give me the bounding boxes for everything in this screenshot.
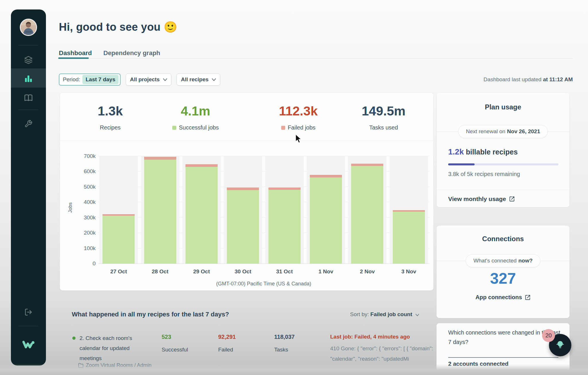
app-connections-link[interactable]: App connections bbox=[475, 294, 531, 301]
workato-logo bbox=[11, 338, 46, 351]
view-monthly-usage-link[interactable]: View monthly usage bbox=[448, 196, 515, 202]
folder-icon bbox=[78, 363, 84, 368]
successful-count: 523 bbox=[162, 334, 188, 340]
chart-column bbox=[181, 156, 222, 264]
app-connections-label: App connections bbox=[475, 294, 522, 301]
bar-success-segment bbox=[351, 166, 383, 264]
tab-dependency-graph[interactable]: Dependency graph bbox=[103, 49, 160, 57]
bar-success-segment bbox=[268, 190, 301, 264]
wrench-icon bbox=[24, 120, 32, 128]
stat-failed-value: 112.3k bbox=[279, 104, 318, 118]
chart-column bbox=[388, 156, 430, 264]
chart-column bbox=[222, 156, 264, 264]
bar-success-segment bbox=[144, 160, 176, 264]
recipe-title-link[interactable]: 2. Check each room's calendar for update… bbox=[80, 333, 137, 363]
whats-connected-prefix: What's connected bbox=[473, 258, 517, 264]
chevron-down-icon bbox=[212, 78, 216, 81]
last-job-error-text: 410 Gone: { "error": { "errors": [ { "do… bbox=[330, 343, 439, 365]
y-tick-label: 0 bbox=[78, 261, 96, 266]
x-tick-label: 3 Nov bbox=[388, 268, 430, 275]
chart-column bbox=[264, 156, 305, 264]
external-link-icon bbox=[509, 196, 515, 202]
folder-path: Zoom Virtual Rooms / Admin bbox=[86, 362, 152, 368]
failed-jobs-legend-swatch bbox=[281, 126, 285, 130]
tasks-label: Tasks bbox=[274, 347, 295, 353]
bar-stack[interactable] bbox=[144, 157, 176, 264]
accounts-connected-text: 2 accounts connected bbox=[448, 361, 508, 367]
bar-success-segment bbox=[393, 212, 425, 264]
recipe-failed-col: 92,291 Failed bbox=[218, 334, 236, 353]
layers-icon bbox=[24, 56, 33, 64]
bar-stack[interactable] bbox=[351, 164, 383, 264]
stat-failed-label: Failed jobs bbox=[288, 124, 316, 131]
connections-title: Connections bbox=[437, 235, 569, 243]
bar-stack[interactable] bbox=[393, 210, 425, 264]
chart-plot bbox=[98, 156, 430, 264]
y-axis-title: Jobs bbox=[67, 202, 73, 213]
successful-jobs-legend-swatch bbox=[172, 126, 176, 130]
plan-footer-divider bbox=[437, 190, 569, 190]
x-tick-label: 31 Oct bbox=[264, 268, 305, 275]
assistant-notification-badge: 20 bbox=[542, 329, 555, 342]
workato-w-icon bbox=[22, 340, 35, 349]
chevron-down-icon bbox=[415, 314, 419, 316]
chart-baseline bbox=[98, 264, 430, 264]
last-updated-prefix: Dashboard last updated bbox=[483, 76, 541, 82]
sidebar-item-tools[interactable] bbox=[11, 119, 46, 129]
bar-stack[interactable] bbox=[227, 188, 259, 264]
logout-icon bbox=[24, 308, 32, 316]
view-monthly-usage-label: View monthly usage bbox=[448, 196, 506, 202]
sidebar-item-layers[interactable] bbox=[11, 55, 46, 65]
stat-recipes: 1.3k Recipes bbox=[98, 104, 123, 131]
recipe-successful-col: 523 Successful bbox=[162, 334, 188, 353]
sidebar-item-library[interactable] bbox=[11, 93, 46, 103]
stat-recipes-label: Recipes bbox=[100, 124, 121, 131]
bar-stack[interactable] bbox=[102, 214, 135, 264]
sidebar-item-dashboard[interactable] bbox=[11, 73, 46, 84]
period-filter-button[interactable]: Period: Last 7 days bbox=[59, 74, 121, 86]
projects-filter-dropdown[interactable]: All projects bbox=[126, 74, 171, 86]
bar-stack[interactable] bbox=[185, 164, 218, 264]
sidebar-divider bbox=[18, 326, 38, 326]
bar-success-segment bbox=[227, 190, 259, 264]
sidebar-item-logout[interactable] bbox=[11, 307, 46, 317]
recipes-filter-label: All recipes bbox=[181, 76, 208, 83]
plan-usage-card: Plan usage Next renewal on Nov 26, 2021 … bbox=[436, 92, 570, 207]
bar-stack[interactable] bbox=[310, 175, 342, 264]
avatar-photo bbox=[21, 20, 36, 35]
chart-column bbox=[305, 156, 347, 264]
recipes-remaining-text: 3.8k of 5k recipes remaining bbox=[448, 171, 520, 177]
y-tick-label: 100k bbox=[78, 246, 96, 251]
dashboard-screen: Hi, good to see you 🙂 Dashboard Dependen… bbox=[0, 0, 588, 375]
stat-successful-label: Successful jobs bbox=[179, 124, 219, 131]
tab-dashboard[interactable]: Dashboard bbox=[59, 49, 92, 57]
x-tick-label: 2 Nov bbox=[347, 268, 388, 275]
bar-chart-icon bbox=[24, 74, 33, 83]
recipe-folder-breadcrumb[interactable]: Zoom Virtual Rooms / Admin bbox=[78, 362, 152, 368]
plan-usage-progress-bar bbox=[448, 163, 558, 165]
bar-stack[interactable] bbox=[268, 188, 301, 264]
bar-success-segment bbox=[185, 167, 218, 264]
y-tick-label: 700k bbox=[78, 153, 96, 159]
sort-by-label: Sort by: bbox=[350, 311, 369, 317]
stat-recipes-value: 1.3k bbox=[98, 104, 123, 118]
tasks-count: 118,037 bbox=[274, 334, 295, 340]
sort-by-dropdown[interactable]: Sort by: Failed job count bbox=[350, 311, 419, 318]
user-avatar[interactable] bbox=[20, 19, 37, 36]
whats-connected-bold: now? bbox=[518, 258, 533, 264]
chart-column bbox=[98, 156, 139, 264]
billable-value: 1.2k bbox=[448, 147, 464, 156]
renewal-pill: Next renewal on Nov 26, 2021 bbox=[458, 125, 548, 138]
stat-tasks-label: Tasks used bbox=[369, 124, 398, 131]
stat-tasks-used: 149.5m Tasks used bbox=[362, 104, 406, 131]
x-tick-label: 28 Oct bbox=[139, 268, 181, 275]
sort-by-value: Failed job count bbox=[370, 311, 412, 317]
y-tick-label: 500k bbox=[78, 184, 96, 190]
x-tick-label: 27 Oct bbox=[98, 268, 139, 275]
changed-connections-input[interactable] bbox=[448, 352, 558, 358]
chart-timezone-note: (GMT-07:00) Pacific Time (US & Canada) bbox=[98, 281, 430, 287]
recipe-status-dot bbox=[72, 337, 76, 340]
stat-failed-jobs: 112.3k Failed jobs bbox=[279, 104, 318, 131]
recipes-filter-dropdown[interactable]: All recipes bbox=[177, 74, 220, 86]
bar-failed-segment bbox=[144, 157, 176, 160]
